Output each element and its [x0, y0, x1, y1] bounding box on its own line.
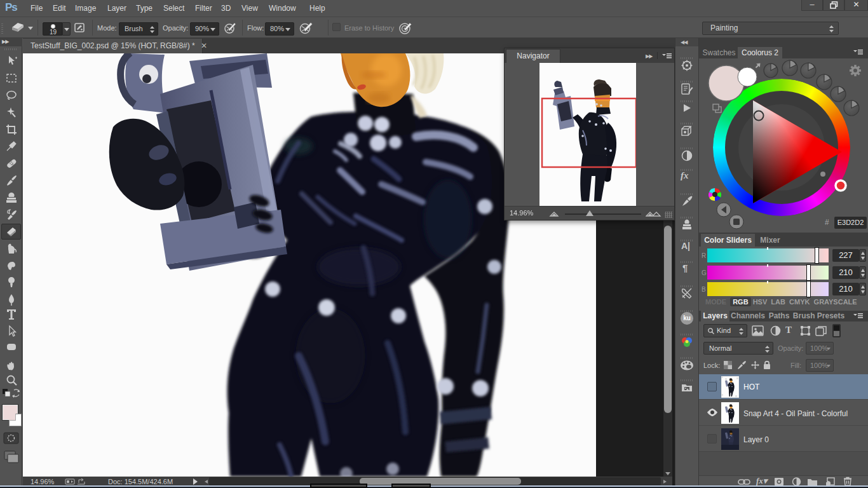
svg-text:#: # [825, 218, 829, 227]
